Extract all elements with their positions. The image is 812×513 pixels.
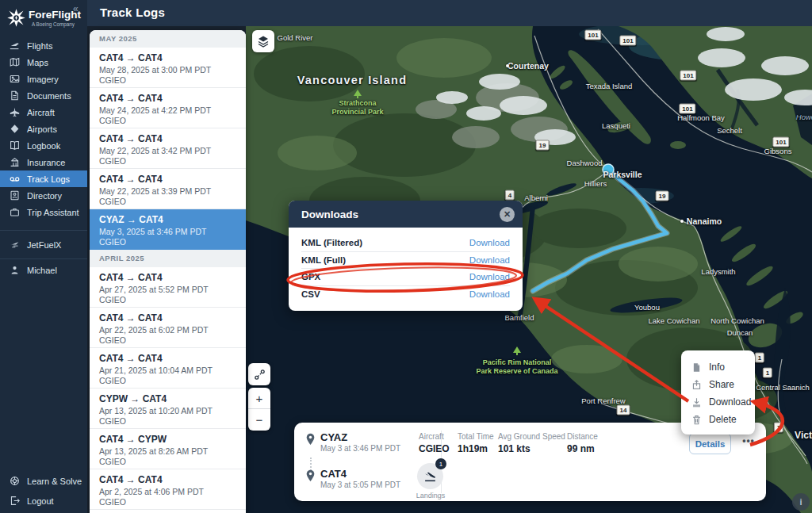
sidebar-item-account[interactable]: Michael: [0, 262, 87, 278]
track-date: May 22, 2025 at 3:42 PM PDT: [99, 146, 236, 155]
zoom-out-button[interactable]: −: [248, 409, 270, 431]
map-label: Parksville: [603, 170, 642, 179]
track-date: Apr 27, 2025 at 5:52 PM PDT: [99, 285, 236, 294]
track-route: CAT4 → CAT4: [99, 272, 236, 283]
more-options-button[interactable]: •••: [737, 435, 760, 451]
track-route: CAT4 → CAT4: [99, 312, 236, 323]
download-link[interactable]: Download: [469, 255, 510, 265]
track-date: May 24, 2025 at 4:22 PM PDT: [99, 105, 236, 115]
download-format: CSV: [301, 289, 320, 299]
map-label-park: Park Reserve of Canada: [476, 367, 557, 375]
section-header: MAY 2025: [90, 30, 246, 48]
download-link[interactable]: Download: [469, 238, 510, 247]
track-log-row[interactable]: CAT4 → CAT4 Apr 22, 2025 at 6:02 PM PDT …: [90, 308, 246, 348]
track-log-row[interactable]: CAT4 → CYPW Apr 13, 2025 at 8:26 AM PDT …: [90, 429, 246, 469]
image-icon: [10, 74, 20, 84]
track-tool-button[interactable]: [248, 363, 270, 385]
track-log-row[interactable]: CAT4 → CAT4 May 22, 2025 at 3:39 PM PDT …: [90, 169, 246, 209]
layers-button[interactable]: [252, 30, 274, 52]
sidebar-item-maps[interactable]: Maps: [0, 54, 87, 71]
airplane-icon: [10, 107, 20, 117]
track-route: CYPW → CAT4: [99, 393, 236, 404]
highway-shield: 19: [656, 191, 669, 201]
highway-shield: 19: [536, 140, 550, 151]
map-label: Victoria: [795, 430, 812, 441]
stat-value: CGIEO: [419, 443, 450, 454]
directory-icon: [10, 190, 20, 201]
sidebar-item-flights[interactable]: Flights: [0, 37, 87, 54]
zoom-control[interactable]: + −: [248, 388, 270, 431]
context-menu-delete[interactable]: Delete: [681, 411, 755, 428]
sidebar-item-label: Track Logs: [27, 174, 70, 184]
sidebar-item-directory[interactable]: Directory: [0, 187, 87, 204]
download-row-csv: CSV Download: [301, 286, 510, 304]
context-menu-label: Share: [709, 379, 734, 390]
track-log-row[interactable]: CAT4 → CAT4 May 28, 2025 at 3:00 PM PDT …: [90, 48, 246, 88]
stat-label: Aircraft: [419, 432, 444, 441]
download-row-kml-filtered: KML (Filtered) Download: [301, 235, 510, 252]
sidebar-item-airports[interactable]: Airports: [0, 121, 87, 137]
stat-value: 99 nm: [567, 443, 595, 454]
sidebar-item-insurance[interactable]: Insurance: [0, 154, 87, 170]
track-tail: CGIEO: [99, 416, 236, 426]
sidebar-item-aircraft[interactable]: Aircraft: [0, 104, 87, 121]
track-log-row[interactable]: CAT4 → CAT4 May 22, 2025 at 3:42 PM PDT …: [90, 128, 246, 169]
track-route: CAT4 → CAT4: [99, 133, 236, 144]
zoom-in-button[interactable]: +: [248, 388, 270, 409]
track-route: CAT4 → CAT4: [99, 52, 236, 63]
download-row-kml-full: KML (Full) Download: [301, 252, 510, 270]
context-menu-label: Download: [709, 396, 751, 408]
map-pin-icon: [305, 433, 316, 446]
map-label-water: Howe: [796, 113, 812, 121]
sidebar-item-logout[interactable]: Logout: [0, 492, 87, 509]
user-icon: [10, 265, 20, 275]
sidebar-item-label: JetFuelX: [27, 240, 61, 250]
track-tail: CGIEO: [99, 197, 236, 206]
attribution-button[interactable]: i: [792, 493, 810, 511]
sidebar-item-track-logs[interactable]: Track Logs: [0, 170, 87, 187]
sidebar-item-documents[interactable]: Documents: [0, 87, 87, 104]
track-log-row-selected[interactable]: CYAZ → CAT4 May 3, 2025 at 3:46 PM PDT C…: [90, 209, 246, 250]
track-log-row[interactable]: CYPW → CAT4 Apr 13, 2025 at 10:20 AM PDT…: [90, 389, 246, 429]
stat-label: Total Time: [458, 432, 494, 441]
stat-value: 101 kts: [498, 443, 530, 454]
track-tail: CGIEO: [99, 75, 236, 85]
context-menu-info[interactable]: Info: [681, 358, 755, 376]
track-route: CAT4 → CYPW: [99, 434, 236, 445]
map-label: Ladysmith: [701, 267, 735, 276]
track-tail: CGIEO: [99, 156, 236, 166]
context-menu-download[interactable]: Download: [681, 393, 755, 411]
sidebar-item-learn-solve[interactable]: Learn & Solve: [0, 473, 87, 489]
section-header: APRIL 2025: [90, 250, 246, 267]
downloads-modal-header: Downloads: [289, 201, 523, 228]
map-label: Duncan: [727, 328, 753, 337]
highway-shield: 101: [619, 36, 636, 46]
track-log-row[interactable]: CAT4 → CAT4 May 24, 2025 at 4:22 PM PDT …: [90, 88, 246, 128]
sidebar-item-jetfuelx[interactable]: JetFuelX: [0, 236, 87, 253]
stat-label: Avg Ground Speed: [498, 432, 565, 441]
jet-icon: [10, 239, 20, 250]
track-log-row[interactable]: CAT4 → CAT4 Apr 2, 2025 at 4:06 PM PDT C…: [90, 469, 246, 510]
track-log-row[interactable]: CAT4 → CAT4 Apr 21, 2025 at 10:04 AM PDT…: [90, 348, 246, 389]
map-label: Gold River: [278, 33, 313, 42]
briefcase-icon: [10, 207, 20, 217]
plane-takeoff-icon: [10, 40, 20, 51]
track-route: CAT4 → CAT4: [99, 93, 236, 104]
close-icon[interactable]: ✕: [500, 207, 515, 222]
town-dot: [680, 220, 684, 223]
track-date: Apr 2, 2025 at 4:06 PM PDT: [99, 487, 236, 496]
sidebar-item-imagery[interactable]: Imagery: [0, 71, 87, 87]
download-link[interactable]: Download: [469, 272, 510, 281]
departure-code: CYAZ: [320, 431, 347, 443]
sidebar-item-trip-assistant[interactable]: Trip Assistant: [0, 204, 87, 220]
context-menu-share[interactable]: Share: [681, 376, 755, 393]
track-log-row[interactable]: CAT4 → CAT4 Apr 27, 2025 at 5:52 PM PDT …: [90, 267, 246, 308]
track-date: May 22, 2025 at 3:39 PM PDT: [99, 186, 236, 196]
download-link[interactable]: Download: [469, 289, 510, 299]
logout-icon: [10, 496, 20, 506]
sidebar-collapse-button[interactable]: «: [73, 3, 79, 14]
details-button[interactable]: Details: [689, 433, 731, 454]
map-label-park: Strathcona: [339, 99, 376, 107]
sidebar-item-logbook[interactable]: Logbook: [0, 137, 87, 154]
map-label: Halfmoon Bay: [677, 113, 725, 122]
